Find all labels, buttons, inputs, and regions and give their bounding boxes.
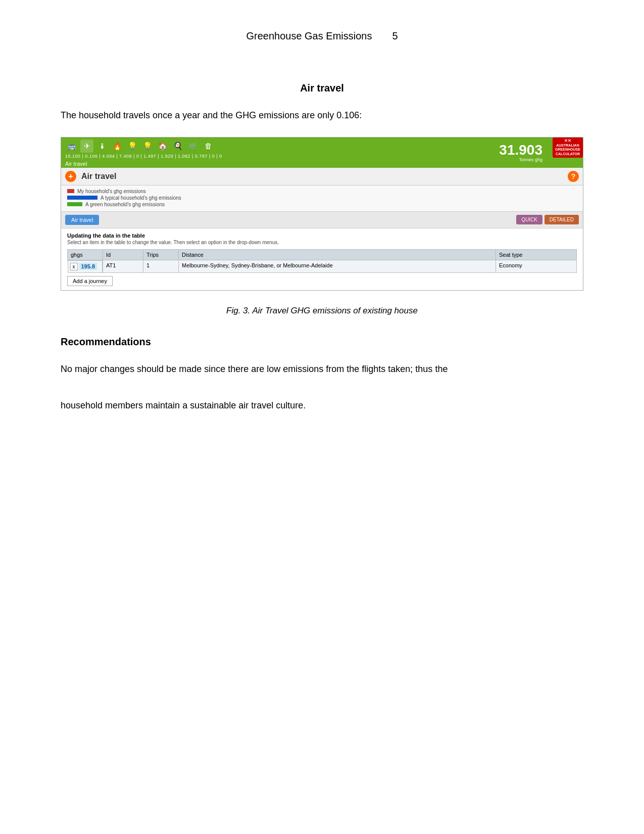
calc-top-bar: 🚌 ✈ 🌡 🔥 💡 💡 🏠 🍳 (61, 137, 583, 168)
my-household-bar (67, 189, 74, 193)
col-seat-type: Seat type (496, 249, 577, 260)
calc-total-label: Tonnes ghg (519, 157, 548, 162)
row-seat-type-cell[interactable]: Economy (496, 260, 577, 273)
table-row: x 195.8 AT1 1 Melbourne-Sydney, Sydney-B… (68, 260, 577, 273)
row-distance-cell[interactable]: Melbourne-Sydney, Sydney-Brisbane, or Me… (179, 260, 496, 273)
calc-numbers-row: 15.100 | 0.106 | 4.094 | 7.408 | 0 | 1.4… (61, 153, 494, 160)
help-button[interactable]: ? (568, 171, 579, 182)
calc-legend: My household's ghg emissions A typical h… (61, 186, 583, 211)
table-body: x 195.8 AT1 1 Melbourne-Sydney, Sydney-B… (68, 260, 577, 273)
page-number: 5 (392, 30, 398, 42)
row-ghgs-cell: x 195.8 (68, 260, 103, 273)
hot-icon: 🔥 (111, 140, 124, 153)
thermometer-icon: 🌡 (95, 140, 109, 153)
page-header: Greenhouse Gas Emissions 5 (61, 30, 583, 42)
add-section-button[interactable]: + (65, 171, 76, 182)
calc-section-title-label: Air travel (81, 172, 563, 181)
col-ghgs: ghgs (68, 249, 103, 260)
calc-tab-buttons: QUICK DETAILED (516, 215, 579, 224)
typical-household-label: A typical household's ghg emissions (101, 195, 181, 201)
legend-my-household: My household's ghg emissions (67, 189, 577, 194)
green-household-label: A green household's ghg emissions (85, 202, 165, 207)
col-trips: Trips (143, 249, 179, 260)
bulb-icon: 💡 (141, 140, 154, 153)
calc-logo: ✕✕ AUSTRALIAN GREENHOUSE CALCULATOR (553, 137, 583, 158)
page: Greenhouse Gas Emissions 5 Air travel Th… (0, 0, 644, 834)
detailed-button[interactable]: DETAILED (544, 215, 579, 224)
quick-button[interactable]: QUICK (516, 215, 542, 224)
cart-icon: 🛒 (186, 140, 200, 153)
calc-section-header: + Air travel ? (61, 168, 583, 186)
recommendations-title: Recommendations (61, 336, 583, 348)
air-travel-tab[interactable]: Air travel (65, 215, 99, 225)
calc-update-section: Updating the data in the table Select an… (61, 228, 583, 291)
col-id: Id (103, 249, 143, 260)
green-household-bar (67, 202, 82, 206)
page-title: Greenhouse Gas Emissions (246, 30, 372, 42)
energy-icon: 💡 (126, 140, 139, 153)
recommendations-line2: household members maintain a sustainable… (61, 396, 583, 414)
add-journey-button[interactable]: Add a journey (67, 276, 113, 286)
row-trips-cell[interactable]: 1 (143, 260, 179, 273)
plane-icon: ✈ (80, 140, 93, 153)
calc-tabs-row: Air travel QUICK DETAILED (61, 211, 583, 228)
cooking-icon: 🍳 (171, 140, 184, 153)
update-title: Updating the data in the table (67, 233, 577, 239)
calc-total-value: 31.903 (499, 143, 548, 157)
recommendations-line1: No major changes should be made since th… (61, 360, 583, 378)
trash-icon: 🗑 (202, 140, 215, 153)
bus-icon: 🚌 (65, 140, 78, 153)
intro-text: The household travels once a year and th… (61, 108, 583, 123)
house-icon: 🏠 (156, 140, 169, 153)
row-id-cell[interactable]: AT1 (103, 260, 143, 273)
typical-household-bar (67, 196, 97, 200)
values-display: 15.100 | 0.106 | 4.094 | 7.408 | 0 | 1.4… (65, 154, 222, 159)
col-distance: Distance (179, 249, 496, 260)
calculator-widget: 🚌 ✈ 🌡 🔥 💡 💡 🏠 🍳 (61, 137, 583, 291)
calc-section-label: Air travel (61, 160, 494, 168)
table-header: ghgs Id Trips Distance Seat type (68, 249, 577, 260)
air-travel-table: ghgs Id Trips Distance Seat type x 195.8… (67, 249, 577, 273)
air-travel-title: Air travel (61, 82, 583, 94)
my-household-label: My household's ghg emissions (77, 189, 146, 194)
legend-green-household: A green household's ghg emissions (67, 202, 577, 207)
legend-typical-household: A typical household's ghg emissions (67, 195, 577, 201)
remove-row-button[interactable]: x (70, 263, 78, 270)
ghg-value[interactable]: 195.8 (79, 263, 97, 270)
recommendations-text: No major changes should be made since th… (61, 360, 583, 414)
calc-icons-area: 🚌 ✈ 🌡 🔥 💡 💡 🏠 🍳 (61, 137, 494, 153)
figure-caption: Fig. 3. Air Travel GHG emissions of exis… (61, 306, 583, 316)
update-desc: Select an item in the table to change th… (67, 240, 577, 245)
